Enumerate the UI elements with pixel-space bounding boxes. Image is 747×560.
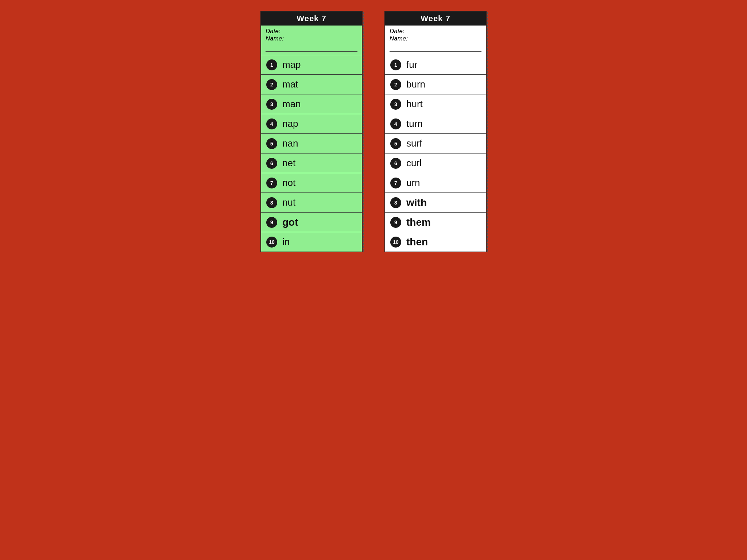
word-text: urn	[406, 177, 420, 188]
card-meta: Date:Name:	[261, 26, 362, 55]
cards-container: Week 7Date:Name:1map2mat3man4nap5nan6net…	[260, 11, 487, 252]
number-circle: 9	[390, 217, 401, 228]
card-header: Week 7	[385, 12, 486, 26]
word-text: net	[282, 158, 295, 169]
name-line: Name:	[266, 35, 357, 42]
number-circle: 3	[390, 99, 401, 110]
number-circle: 8	[266, 197, 277, 208]
name-line: Name:	[390, 35, 481, 42]
word-row: 5surf	[385, 133, 486, 153]
date-label: Date:	[266, 28, 280, 35]
word-text: nap	[282, 118, 298, 129]
word-row: 2mat	[261, 74, 362, 94]
spelling-card-green: Week 7Date:Name:1map2mat3man4nap5nan6net…	[260, 11, 363, 252]
word-text: with	[406, 197, 427, 209]
number-circle: 5	[266, 138, 277, 149]
word-row: 2burn	[385, 74, 486, 94]
word-row: 7urn	[385, 173, 486, 192]
number-circle: 4	[266, 118, 277, 129]
name-field[interactable]	[390, 45, 481, 52]
word-text: surf	[406, 138, 422, 149]
word-text: curl	[406, 158, 422, 169]
word-row: 9got	[261, 212, 362, 232]
word-row: 5nan	[261, 133, 362, 153]
word-row: 1fur	[385, 55, 486, 74]
date-line: Date:	[390, 28, 481, 35]
word-text: them	[406, 217, 431, 228]
word-text: fur	[406, 59, 417, 70]
word-row: 1map	[261, 55, 362, 74]
number-circle: 3	[266, 99, 277, 110]
word-text: turn	[406, 118, 423, 129]
word-row: 7not	[261, 173, 362, 192]
word-row: 3man	[261, 94, 362, 114]
word-text: nut	[282, 197, 295, 208]
word-row: 6curl	[385, 153, 486, 173]
number-circle: 7	[390, 178, 401, 188]
number-circle: 4	[390, 118, 401, 129]
word-text: man	[282, 98, 301, 110]
word-row: 10in	[261, 232, 362, 252]
word-row: 8nut	[261, 192, 362, 212]
word-text: in	[282, 236, 290, 248]
card-header: Week 7	[261, 12, 362, 26]
word-text: got	[282, 217, 298, 228]
number-circle: 5	[390, 138, 401, 149]
word-row: 4turn	[385, 114, 486, 133]
name-field[interactable]	[266, 45, 357, 52]
word-text: not	[282, 177, 295, 188]
name-label: Name:	[266, 35, 284, 42]
number-circle: 10	[390, 237, 401, 248]
number-circle: 6	[390, 158, 401, 169]
word-row: 3hurt	[385, 94, 486, 114]
number-circle: 7	[266, 178, 277, 188]
word-text: then	[406, 236, 428, 248]
name-label: Name:	[390, 35, 408, 42]
date-label: Date:	[390, 28, 405, 35]
spelling-card-white: Week 7Date:Name:1fur2burn3hurt4turn5surf…	[384, 11, 487, 252]
number-circle: 2	[390, 79, 401, 90]
word-text: nan	[282, 138, 298, 149]
word-row: 4nap	[261, 114, 362, 133]
card-meta: Date:Name:	[385, 26, 486, 55]
word-row: 9them	[385, 212, 486, 232]
number-circle: 6	[266, 158, 277, 169]
date-line: Date:	[266, 28, 357, 35]
word-text: mat	[282, 79, 298, 90]
word-text: map	[282, 59, 301, 70]
number-circle: 10	[266, 237, 277, 248]
number-circle: 9	[266, 217, 277, 228]
number-circle: 1	[266, 59, 277, 70]
word-text: hurt	[406, 98, 423, 110]
number-circle: 2	[266, 79, 277, 90]
word-text: burn	[406, 79, 425, 90]
word-row: 6net	[261, 153, 362, 173]
number-circle: 1	[390, 59, 401, 70]
word-row: 8with	[385, 192, 486, 212]
number-circle: 8	[390, 197, 401, 208]
word-row: 10then	[385, 232, 486, 252]
